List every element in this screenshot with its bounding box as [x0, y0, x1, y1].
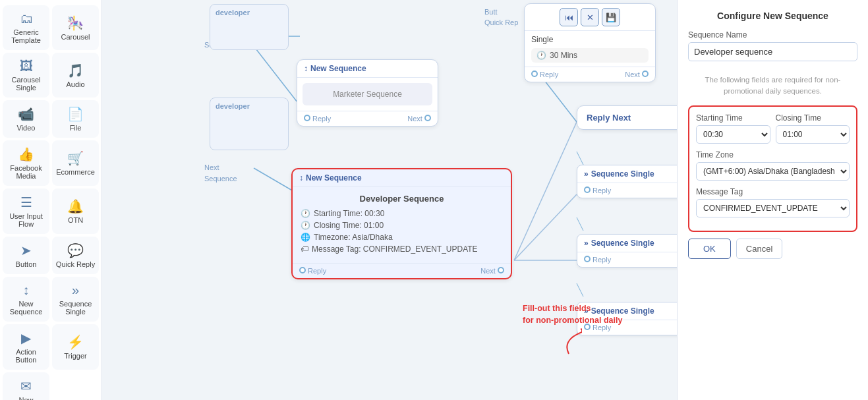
timer-badge: 🕐 30 Mins	[531, 48, 649, 63]
sidebar-item-new-sequence[interactable]: ↕ New Sequence	[3, 277, 49, 322]
sidebar-item-carousel-single[interactable]: 🖼 Carousel Single	[3, 53, 49, 98]
annotation-line1: Fill-out this fields	[523, 303, 622, 315]
marketer-sequence-node: ↕ New Sequence Marketer Sequence Reply N…	[297, 59, 438, 127]
cancel-button[interactable]: Cancel	[736, 239, 782, 259]
svg-line-4	[514, 122, 577, 260]
annotation-line2: for non-promotional daily	[523, 315, 622, 327]
ok-button[interactable]: OK	[688, 239, 731, 259]
message-tag-field: 🏷 Message Tag: CONFIRMED_EVENT_UPDATE	[301, 244, 503, 254]
sidebar-item-user-input-flow[interactable]: ☰ User Input Flow	[3, 188, 49, 234]
single-node-footer: Reply Next	[525, 67, 655, 82]
sidebar-item-carousel[interactable]: 🎠 Carousel	[52, 5, 99, 50]
sidebar-item-quick-reply[interactable]: 💬 Quick Reply	[52, 237, 99, 274]
highlighted-seq-header: ↕ New Sequence	[293, 169, 511, 187]
svg-line-2	[254, 168, 293, 191]
toolbar-btn-save[interactable]: 💾	[602, 8, 620, 26]
user-input-flow-icon: ☰	[20, 194, 32, 210]
sidebar-item-audio[interactable]: 🎵 Audio	[52, 53, 99, 98]
highlighted-seq-body: Developer Sequence 🕐 Starting Time: 00:3…	[293, 187, 511, 263]
sidebar-label-new-sequence: New Sequence	[6, 300, 46, 316]
field-note: The following fields are required for no…	[688, 74, 857, 98]
marketer-seq-header: ↕ New Sequence	[297, 60, 438, 78]
single-next-port: Next	[625, 71, 649, 78]
time-row: Starting Time 00:30 00:00 01:00 Closing …	[696, 113, 850, 144]
sidebar-item-generic-template[interactable]: 🗂 Generic Template	[3, 5, 49, 50]
annotation-text: Fill-out this fields for non-promotional…	[523, 303, 622, 360]
toolbar-btn-first[interactable]: ⏮	[560, 8, 578, 26]
ss2-icon: »	[584, 239, 589, 248]
conn-label-sequence2: Sequence	[204, 175, 237, 183]
reply-next-node: Reply Next	[577, 105, 677, 130]
sidebar-item-trigger[interactable]: ⚡ Trigger	[52, 324, 99, 370]
sidebar-label-file: File	[70, 124, 82, 132]
svg-line-1	[254, 46, 300, 105]
generic-template-icon: 🗂	[20, 11, 33, 26]
marketer-seq-placeholder-text: Marketer Sequence	[333, 90, 402, 99]
sidebar-item-sequence-single[interactable]: » Sequence Single	[52, 277, 99, 322]
trigger-icon: ⚡	[67, 334, 84, 350]
ss-node-2-header: » Sequence Single	[577, 235, 677, 252]
sidebar-item-facebook-media[interactable]: 👍 Facebook Media	[3, 140, 49, 186]
sidebar-label-user-input-flow: User Input Flow	[6, 212, 46, 228]
action-button-icon: ▶	[21, 330, 31, 346]
closing-time-label: Closing Time	[776, 113, 850, 123]
sidebar-item-new-postback[interactable]: ✉ New Postback	[3, 372, 49, 400]
starting-time-text: Starting Time: 00:30	[314, 209, 384, 218]
highlighted-reply-label: Reply	[308, 267, 326, 275]
developer-node-label: developer	[210, 5, 288, 20]
tag-icon: 🏷	[301, 244, 308, 254]
sequence-name-group: Sequence Name	[688, 30, 857, 68]
single-node: ⏮ ✕ 💾 Single 🕐 30 Mins Reply Next	[524, 3, 656, 82]
starting-time-select[interactable]: 00:30 00:00 01:00	[696, 125, 770, 144]
ss-node-1-header: » Sequence Single	[577, 165, 677, 183]
message-tag-label: Message Tag	[696, 187, 850, 196]
marketer-next-label: Next	[407, 115, 422, 123]
single-node-toolbar: ⏮ ✕ 💾	[525, 4, 655, 31]
marketer-reply-label: Reply	[312, 115, 331, 123]
highlighted-seq-title: New Sequence	[306, 173, 362, 183]
carousel-icon: 🎠	[67, 15, 84, 31]
starting-time-group: Starting Time 00:30 00:00 01:00	[696, 113, 770, 144]
sidebar-item-ecommerce[interactable]: 🛒 Ecommerce	[52, 140, 99, 186]
toolbar-btn-close[interactable]: ✕	[581, 8, 599, 26]
message-tag-group: Message Tag CONFIRMED_EVENT_UPDATE NON_P…	[696, 187, 850, 217]
reply-next-title: Reply Next	[587, 113, 631, 123]
timezone-text: Timezone: Asia/Dhaka	[314, 233, 393, 242]
button-icon: ➤	[20, 243, 32, 258]
timezone-label: Time Zone	[696, 150, 850, 159]
highlighted-sequence-node: ↕ New Sequence Developer Sequence 🕐 Star…	[291, 168, 512, 279]
starting-time-field: 🕐 Starting Time: 00:30	[301, 209, 503, 218]
ss2-title: Sequence Single	[591, 239, 654, 248]
timezone-select[interactable]: (GMT+6:00) Asia/Dhaka (Bangladesh Ti...	[696, 162, 850, 181]
ss-node-2-footer: Reply Next	[577, 252, 677, 267]
facebook-media-icon: 👍	[18, 146, 34, 162]
svg-line-9	[577, 283, 583, 297]
sequence-name-input[interactable]	[688, 42, 857, 61]
clock-icon2: 🕐	[301, 221, 310, 230]
highlighted-next-label: Next	[480, 267, 496, 275]
closing-time-text: Closing Time: 01:00	[314, 221, 384, 230]
closing-time-select[interactable]: 01:00 00:30 01:30	[776, 125, 850, 144]
carousel-single-icon: 🖼	[20, 59, 33, 74]
sidebar: 🗂 Generic Template 🎠 Carousel 🖼 Carousel…	[0, 0, 102, 400]
sidebar-label-carousel: Carousel	[61, 33, 90, 41]
marketer-seq-footer: Reply Next	[297, 111, 438, 126]
panel-actions: OK Cancel	[688, 239, 857, 259]
developer-node-label2: developer	[210, 98, 288, 114]
sidebar-item-action-button[interactable]: ▶ Action Button	[3, 324, 49, 370]
new-sequence-icon: ↕	[23, 283, 30, 298]
sidebar-item-file[interactable]: 📄 File	[52, 100, 99, 138]
sidebar-item-button[interactable]: ➤ Button	[3, 237, 49, 274]
seq-single-node-2: » Sequence Single Reply Next	[577, 234, 677, 268]
new-postback-icon: ✉	[20, 378, 32, 394]
sidebar-label-carousel-single: Carousel Single	[6, 76, 46, 92]
svg-line-5	[514, 194, 577, 260]
conn-label-butt: Butt	[484, 8, 498, 16]
sidebar-label-button: Button	[16, 260, 37, 268]
sequence-name-label: Sequence Name	[688, 30, 857, 40]
message-tag-select[interactable]: CONFIRMED_EVENT_UPDATE NON_PROMOTIONAL_S…	[696, 199, 850, 217]
sidebar-item-otn[interactable]: 🔔 OTN	[52, 188, 99, 234]
sidebar-item-video[interactable]: 📹 Video	[3, 100, 49, 138]
sidebar-label-audio: Audio	[66, 80, 84, 88]
svg-line-8	[577, 217, 583, 231]
